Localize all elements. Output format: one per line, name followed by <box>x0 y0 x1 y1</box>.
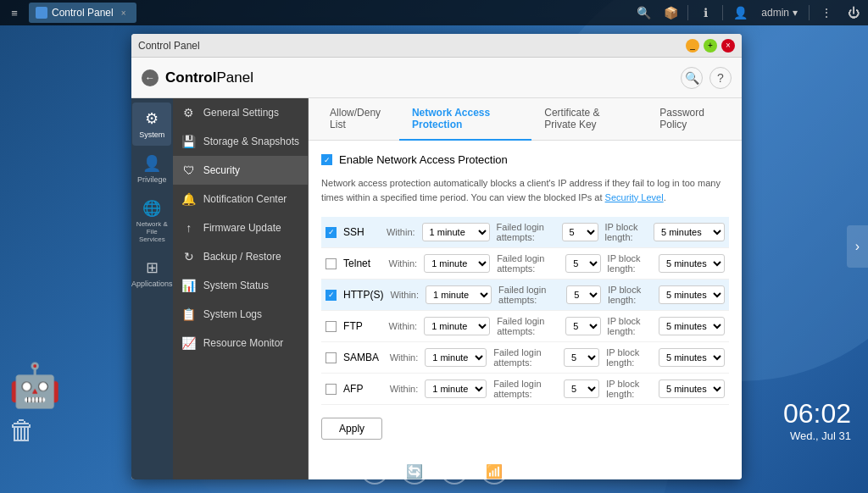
afp-checkbox[interactable] <box>326 384 337 395</box>
nav-system-status[interactable]: 📊 System Status <box>173 271 308 300</box>
nav-backup-restore[interactable]: ↻ Backup / Restore <box>173 242 308 271</box>
enable-checkbox[interactable] <box>321 154 332 165</box>
telnet-attempts-select[interactable]: 53 <box>565 254 600 273</box>
right-arrow-button[interactable]: › <box>847 225 868 268</box>
taskbar: ≡ Control Panel × 🔍 📦 ℹ 👤 admin ▾ ⋮ ⏻ <box>0 0 868 25</box>
sidebar-item-applications[interactable]: ⊞ Applications <box>132 252 171 295</box>
window-title: Control Panel <box>138 40 682 52</box>
telnet-within-label: Within: <box>389 258 418 269</box>
user-chevron-icon: ▾ <box>793 7 798 19</box>
control-panel-tab[interactable]: Control Panel × <box>29 3 136 23</box>
sidebar-label-applications: Applications <box>131 280 173 288</box>
tab-network-access[interactable]: Network Access Protection <box>399 98 531 141</box>
bottom-icon-1[interactable]: © <box>361 457 388 485</box>
https-within-select[interactable]: 1 minute5 minutes <box>426 285 492 304</box>
tab-password-policy[interactable]: Password Policy <box>647 98 733 141</box>
samba-within-select[interactable]: 1 minute <box>425 348 487 367</box>
telnet-checkbox[interactable] <box>326 258 337 269</box>
ssh-block-select[interactable]: 5 minutes15 minutes30 minutes <box>654 223 725 241</box>
nav-label-firmware-update: Firmware Update <box>203 222 281 234</box>
maximize-button[interactable]: + <box>704 39 717 53</box>
bottom-icon-4[interactable]: 📶 <box>481 457 508 485</box>
search-icon[interactable]: 🔍 <box>633 3 654 23</box>
info-icon[interactable]: ℹ <box>695 3 715 23</box>
storage-icon[interactable]: 📦 <box>660 3 681 23</box>
nav-firmware-update[interactable]: ↑ Firmware Update <box>173 213 308 242</box>
sidebar-item-system[interactable]: ⚙ System <box>132 102 171 146</box>
afp-block-select[interactable]: 5 minutes <box>659 379 725 398</box>
nav-label-system-status: System Status <box>203 280 269 291</box>
sidebar: ⚙ System 👤 Privilege 🌐 Network &File Ser… <box>131 98 173 479</box>
samba-attempts-select[interactable]: 5 <box>564 348 599 367</box>
app-title-control: Control <box>165 69 216 86</box>
ssh-block-label: IP block length: <box>605 222 647 242</box>
nav-label-system-logs: System Logs <box>203 308 262 320</box>
ftp-within-select[interactable]: 1 minute5 minutes <box>424 317 490 335</box>
afp-label: AFP <box>343 383 383 395</box>
nav-general-settings[interactable]: ⚙ General Settings <box>173 98 308 127</box>
ftp-block-select[interactable]: 5 minutes <box>659 317 725 335</box>
network-icon: 🌐 <box>142 199 161 218</box>
https-attempts-select[interactable]: 53 <box>566 285 601 304</box>
robot-icon: 🤖 <box>8 364 61 407</box>
nav-system-logs[interactable]: 📋 System Logs <box>173 300 308 329</box>
tab-close-button[interactable]: × <box>118 7 130 19</box>
afp-within-select[interactable]: 1 minute <box>425 379 487 398</box>
bottom-icon-3[interactable]: ⏸ <box>441 457 468 485</box>
taskbar-menu-button[interactable]: ≡ <box>4 3 25 23</box>
https-block-select[interactable]: 5 minutes <box>659 285 725 304</box>
ftp-within-label: Within: <box>389 321 418 331</box>
nav-label-storage-snapshots: Storage & Snapshots <box>203 136 299 147</box>
nav-security[interactable]: 🛡 Security <box>173 156 308 185</box>
security-level-link[interactable]: Security Level <box>605 192 664 202</box>
sidebar-label-network: Network &File Services <box>136 220 168 243</box>
tab-allow-deny[interactable]: Allow/Deny List <box>317 98 399 141</box>
nav-notification-center[interactable]: 🔔 Notification Center <box>173 185 308 213</box>
notification-center-icon: 🔔 <box>181 191 197 207</box>
menu-icon: ≡ <box>11 7 18 19</box>
telnet-block-label: IP block length: <box>608 253 652 274</box>
system-logs-icon: 📋 <box>181 307 197 322</box>
nav-resource-monitor[interactable]: 📈 Resource Monitor <box>173 329 308 357</box>
ftp-checkbox[interactable] <box>326 321 337 332</box>
user-menu[interactable]: admin ▾ <box>757 7 802 19</box>
privilege-icon: 👤 <box>142 154 161 173</box>
minimize-button[interactable]: _ <box>686 39 699 53</box>
bottom-icon-2[interactable]: 🔄 <box>401 457 428 485</box>
app-header: ← ControlPanel 🔍 ? <box>131 58 742 98</box>
content-area: Allow/Deny List Network Access Protectio… <box>309 98 742 479</box>
power-icon[interactable]: ⏻ <box>843 3 864 23</box>
bottom-bar: © 🔄 ⏸ 📶 <box>0 451 868 493</box>
header-help-button[interactable]: ? <box>709 67 732 89</box>
ssh-checkbox[interactable] <box>326 227 337 238</box>
nav-label-resource-monitor: Resource Monitor <box>203 337 284 349</box>
https-within-label: Within: <box>390 290 419 300</box>
tab-certificate[interactable]: Certificate & Private Key <box>531 98 647 141</box>
sidebar-item-network[interactable]: 🌐 Network &File Services <box>132 192 171 250</box>
user-icon[interactable]: 👤 <box>730 3 750 23</box>
header-search-button[interactable]: 🔍 <box>681 67 703 89</box>
trash-icon[interactable]: 🗑 <box>8 415 61 446</box>
sidebar-item-privilege[interactable]: 👤 Privilege <box>132 147 171 191</box>
nav-storage-snapshots[interactable]: 💾 Storage & Snapshots <box>173 127 308 156</box>
ssh-attempts-select[interactable]: 5310 <box>562 223 598 241</box>
more-icon[interactable]: ⋮ <box>816 3 837 23</box>
samba-label: SAMBA <box>343 352 383 363</box>
divider3 <box>809 5 810 20</box>
https-label: HTTP(S) <box>343 289 383 301</box>
nav-label-general-settings: General Settings <box>203 107 279 119</box>
ftp-block-label: IP block length: <box>608 316 652 336</box>
apply-button[interactable]: Apply <box>321 418 382 440</box>
telnet-within-select[interactable]: 1 minute5 minutes <box>424 254 490 273</box>
https-checkbox[interactable] <box>326 290 337 301</box>
nav-label-backup-restore: Backup / Restore <box>203 251 281 263</box>
back-button[interactable]: ← <box>142 69 159 86</box>
samba-checkbox[interactable] <box>326 352 337 363</box>
afp-attempts-select[interactable]: 5 <box>564 379 599 398</box>
ssh-within-select[interactable]: 1 minute5 minutes10 minutes <box>422 223 490 241</box>
ftp-attempts-select[interactable]: 53 <box>565 317 600 335</box>
telnet-block-select[interactable]: 5 minutes <box>659 254 725 273</box>
ftp-attempts-label: Failed login attempts: <box>497 316 559 336</box>
samba-block-select[interactable]: 5 minutes <box>659 348 725 367</box>
close-button[interactable]: × <box>721 39 735 53</box>
